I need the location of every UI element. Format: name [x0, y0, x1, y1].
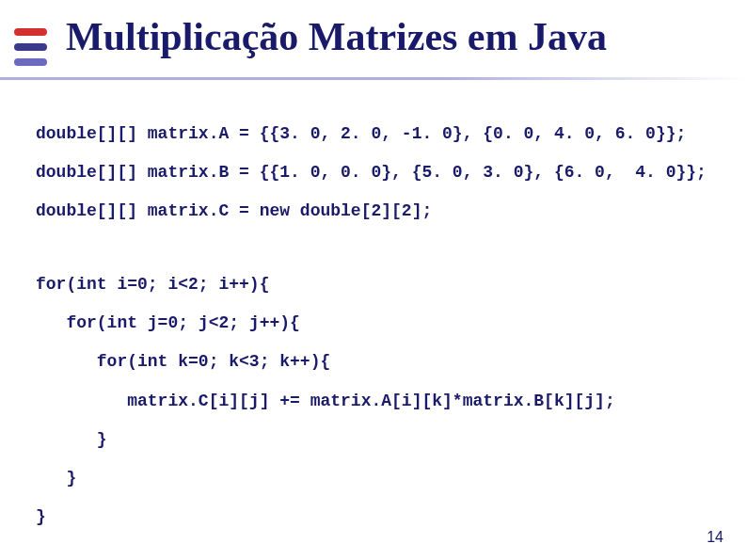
code-line: matrix.C[i][j] += matrix.A[i][k]*matrix.…	[36, 390, 615, 413]
code-line: for(int k=0; k<3; k++){	[36, 350, 615, 374]
code-block-declarations: double[][] matrix.A = {{3. 0, 2. 0, -1. …	[36, 122, 707, 239]
code-line: double[][] matrix.C = new double[2][2];	[36, 200, 707, 223]
code-line: for(int i=0; i<2; i++){	[36, 273, 615, 296]
logo-bar-lightblue	[14, 58, 47, 66]
logo-bar-red	[14, 28, 47, 36]
slide-logo	[14, 28, 47, 66]
code-line: double[][] matrix.A = {{3. 0, 2. 0, -1. …	[36, 122, 707, 146]
page-number: 14	[707, 529, 723, 546]
code-line: }	[36, 467, 615, 490]
code-line: }	[36, 428, 615, 452]
code-line: }	[36, 505, 615, 529]
code-line: double[][] matrix.B = {{1. 0, 0. 0}, {5.…	[36, 161, 707, 184]
logo-bar-blue	[14, 43, 47, 51]
code-line: for(int j=0; j<2; j++){	[36, 312, 615, 335]
title-underline	[0, 77, 747, 80]
code-block-loops: for(int i=0; i<2; i++){ for(int j=0; j<2…	[36, 273, 615, 544]
slide-title: Multiplicação Matrizes em Java	[66, 14, 607, 59]
